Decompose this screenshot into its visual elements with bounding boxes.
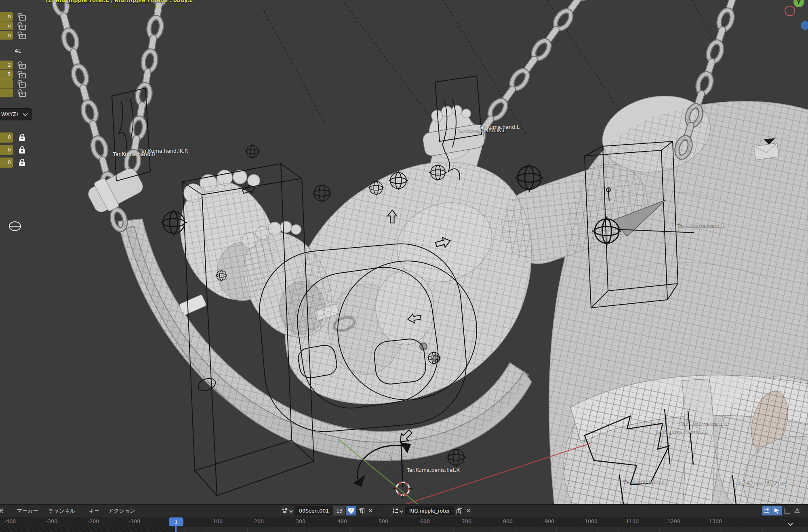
bone-label: Tar.Higuma.hand.IK.L	[655, 428, 709, 434]
gizmo-x-axis[interactable]	[785, 6, 795, 16]
timeline-ruler[interactable]: -400 -300 -200 -100 100 200 300 400 500 …	[0, 517, 808, 527]
action-browse-button[interactable]	[280, 506, 295, 515]
ruler-tick: -400	[4, 518, 16, 524]
dashed-frame-icon	[784, 508, 790, 514]
chevron-down-icon	[788, 521, 793, 526]
ruler-tick: 600	[420, 518, 430, 524]
unlock-icon	[19, 82, 26, 88]
warning-icon: ⚠	[794, 508, 800, 514]
unlock-icon	[19, 73, 26, 78]
ruler-tick: 1200	[667, 518, 680, 524]
ruler-tick: 300	[296, 518, 305, 524]
action-datablock: RIG.nipple_roter ×	[390, 506, 473, 515]
unlock-icon	[19, 15, 26, 21]
action-browse-icon	[392, 508, 398, 513]
chevron-down-icon	[23, 111, 28, 116]
unlink-action-button[interactable]: ×	[366, 506, 376, 515]
lock-icon	[19, 149, 25, 154]
gizmo-y-axis[interactable]: Y	[793, 0, 804, 7]
rot-y-field[interactable]	[0, 79, 13, 88]
rotation-mode-value: WXYZ)	[1, 109, 18, 120]
left-edge-control[interactable]	[9, 222, 21, 231]
new-action-button[interactable]	[455, 506, 464, 515]
current-frame-badge[interactable]: 1	[169, 517, 183, 526]
only-selected-filter-button[interactable]	[762, 506, 772, 515]
lock-toggle[interactable]	[18, 61, 27, 69]
ruler-tick: 1000	[585, 518, 598, 524]
viewport-status-text: (1) RIG_nipple_roter.L | RIG.nipple_rote…	[45, 0, 193, 3]
unlink-action-button[interactable]: ×	[464, 506, 473, 515]
frame-region-button[interactable]	[782, 506, 792, 515]
loc-x-field[interactable]: n	[0, 12, 13, 21]
dopesheet-header: 選択 マーカー チャンネル キー アクション 00Scen.001 13 ×	[0, 504, 808, 517]
panel-tag: 4L	[15, 48, 21, 54]
lock-toggle[interactable]	[18, 133, 27, 142]
lock-toggle[interactable]	[18, 12, 27, 21]
lock-toggle[interactable]	[18, 70, 27, 79]
cursor-select-button[interactable]	[772, 506, 782, 515]
scene-datablock: 00Scen.001 13 ×	[280, 506, 376, 515]
unlink-x-icon: ×	[466, 508, 471, 514]
playhead-line[interactable]	[175, 526, 177, 532]
scale-x-field[interactable]: 0	[0, 132, 13, 143]
chevron-down-icon	[400, 509, 404, 513]
ruler-tick: 900	[545, 518, 554, 524]
unlock-icon	[19, 92, 26, 97]
loc-y-field[interactable]: n	[0, 21, 13, 30]
bone-label: Tar.Higuma.hand.R	[678, 223, 725, 229]
action-browse-icon	[282, 508, 288, 513]
rot-x-field[interactable]: 5	[0, 70, 13, 79]
gizmo-z-axis[interactable]	[801, 21, 808, 30]
only-selected-filter-icon	[764, 508, 770, 513]
rot-w-field[interactable]: 2	[0, 61, 13, 69]
lock-icon	[19, 162, 25, 166]
ruler-tick: 200	[254, 518, 264, 524]
lock-toggle[interactable]	[18, 21, 27, 30]
menu-channel[interactable]: チャンネル	[48, 505, 76, 517]
scale-z-field[interactable]: 0	[0, 158, 13, 168]
ruler-tick: -100	[129, 518, 140, 524]
lock-toggle[interactable]	[18, 79, 27, 88]
menu-marker[interactable]: マーカー	[17, 505, 38, 517]
action-name[interactable]: RIG.nipple_roter	[405, 506, 455, 515]
fake-user-toggle[interactable]	[346, 506, 357, 515]
rotation-mode-dropdown[interactable]: WXYZ)	[0, 108, 32, 120]
ruler-tick: 400	[337, 518, 347, 524]
menu-key[interactable]: キー	[89, 505, 99, 517]
blender-window: (1) RIG_nipple_roter.L | RIG.nipple_rote…	[0, 0, 808, 532]
rot-z-field[interactable]	[0, 88, 13, 97]
region-collapse-button[interactable]	[789, 519, 792, 527]
users-count[interactable]: 13	[333, 506, 346, 515]
loc-z-field[interactable]: n	[0, 31, 13, 40]
lock-toggle[interactable]	[18, 31, 27, 40]
menu-action[interactable]: アクション	[108, 505, 135, 517]
new-action-button[interactable]	[357, 506, 366, 515]
warnings-button[interactable]: ⚠	[792, 506, 802, 515]
action-browse-button[interactable]	[390, 506, 405, 515]
chevron-down-icon	[289, 509, 293, 513]
lock-toggle[interactable]	[18, 158, 27, 167]
new-copy-icon	[457, 508, 461, 513]
bone-label: Tar.Kuma.hand.IK.R	[139, 148, 188, 154]
scale-y-field[interactable]: 0	[0, 145, 13, 155]
cursor-select-icon	[774, 508, 780, 513]
filter-toggles: ⚠	[762, 506, 802, 515]
unlock-icon	[19, 25, 26, 30]
bone-label: Tar.Higuma.foot.IK.L	[737, 480, 788, 486]
ruler-tick: 1300	[709, 518, 722, 524]
fake-user-shield-icon	[348, 508, 354, 514]
menu-select[interactable]: 選択	[0, 505, 3, 517]
chain-left-b	[125, 0, 168, 172]
lock-toggle[interactable]	[18, 88, 27, 97]
ruler-tick: -300	[46, 518, 57, 524]
lock-icon	[19, 137, 25, 141]
ruler-tick: 500	[379, 518, 388, 524]
3d-cursor[interactable]	[393, 479, 413, 499]
view-gizmo[interactable]: Y	[777, 0, 808, 33]
out-of-range-stripes	[0, 527, 176, 532]
unlock-icon	[19, 34, 26, 39]
lock-toggle[interactable]	[18, 146, 27, 155]
scene-action-name[interactable]: 00Scen.001	[295, 506, 333, 515]
ruler-tick: -200	[88, 518, 99, 524]
ruler-tick: 800	[503, 518, 513, 524]
